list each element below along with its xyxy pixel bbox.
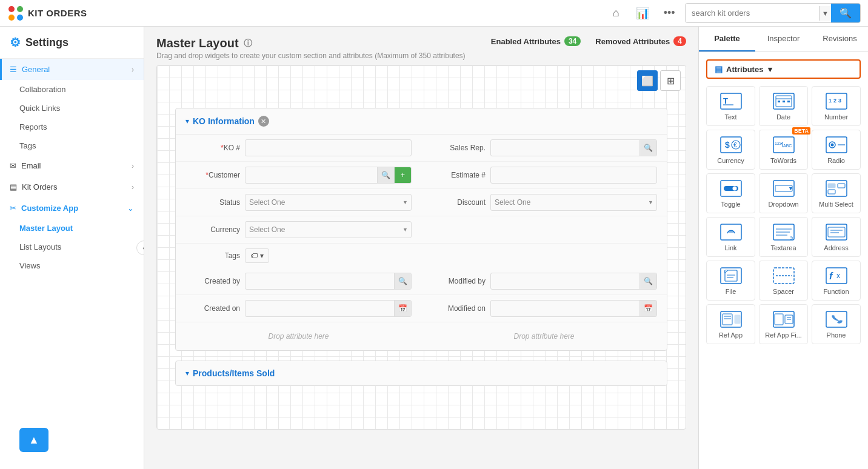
tab-palette[interactable]: Palette <box>699 27 755 52</box>
widget-phone[interactable]: Phone <box>812 304 861 344</box>
widget-textarea[interactable]: Textarea <box>759 217 808 257</box>
estimate-input[interactable] <box>490 167 657 184</box>
widget-multiselect[interactable]: Multi Select <box>812 173 861 213</box>
widget-radio[interactable]: Radio <box>812 130 861 170</box>
scroll-top-button[interactable]: ▲ <box>19 428 48 452</box>
section-close-button[interactable]: ✕ <box>258 116 269 127</box>
products-section-icon[interactable]: ▾ <box>185 369 189 378</box>
main-layout: ⚙ Settings ☰ General › Collaboration Qui… <box>0 27 868 469</box>
widget-function[interactable]: fx Function <box>812 261 861 301</box>
sales-rep-search-button[interactable]: 🔍 <box>639 140 656 156</box>
home-button[interactable]: ⌂ <box>605 2 627 24</box>
widget-currency[interactable]: $€ Currency <box>706 130 755 170</box>
status-select[interactable]: Select One <box>245 194 412 211</box>
widget-dropdown[interactable]: ▼ Dropdown <box>759 173 808 213</box>
svg-rect-61 <box>735 315 740 324</box>
estimate-row: Estimate # <box>421 162 667 189</box>
search-dropdown-button[interactable]: ▼ <box>819 6 831 21</box>
info-icon[interactable]: ⓘ <box>244 38 252 49</box>
widget-refappfi[interactable]: Ref App Fi... <box>759 304 808 344</box>
widget-number[interactable]: 123 Number <box>812 86 861 126</box>
text-widget-icon: T <box>719 91 743 111</box>
modified-on-input[interactable] <box>491 301 639 316</box>
sidebar-item-views[interactable]: Views <box>0 256 144 275</box>
tags-button[interactable]: 🏷 ▾ <box>245 248 269 263</box>
page-subtitle: Drag and drop widgets to create your cus… <box>156 52 466 60</box>
sidebar-item-general[interactable]: ☰ General › <box>0 59 144 80</box>
widget-address[interactable]: Address <box>812 217 861 257</box>
search-submit-button[interactable]: 🔍 <box>831 4 860 22</box>
more-button[interactable]: ••• <box>658 2 680 24</box>
refappfi-widget-icon <box>772 310 796 329</box>
sidebar-item-tags[interactable]: Tags <box>0 136 144 155</box>
textarea-widget-icon <box>772 222 796 242</box>
created-by-input[interactable] <box>245 273 394 289</box>
section-collapse-icon[interactable]: ▾ <box>185 117 189 125</box>
canvas-area: ⬜ ⊞ ▾ KO Information ✕ *KO # <box>156 65 686 430</box>
right-panel: Palette Inspector Revisions ▤ Attributes… <box>698 27 868 469</box>
attributes-label: Attributes <box>726 65 763 74</box>
modified-by-input[interactable] <box>491 273 639 289</box>
modified-by-search-button[interactable]: 🔍 <box>639 273 656 289</box>
kitorders-icon: ▤ <box>10 182 17 191</box>
attributes-dropdown-button[interactable]: ▤ Attributes ▾ <box>706 59 861 79</box>
customer-add-button[interactable]: + <box>394 167 411 183</box>
enabled-attributes-badge: Enabled Attributes 34 <box>491 36 581 46</box>
email-icon: ✉ <box>10 161 16 170</box>
svg-text:ABC: ABC <box>783 144 792 148</box>
created-on-input[interactable] <box>245 301 394 316</box>
svg-rect-17 <box>721 137 741 153</box>
main-header: Master Layout ⓘ Drag and drop widgets to… <box>144 27 698 65</box>
sidebar-item-listlayouts[interactable]: List Layouts <box>0 238 144 256</box>
sidebar-item-masterlayout[interactable]: Master Layout <box>0 219 144 238</box>
svg-rect-46 <box>826 224 847 240</box>
svg-rect-37 <box>828 184 835 188</box>
ko-num-input[interactable] <box>245 139 412 156</box>
widget-refappfi-label: Ref App Fi... <box>765 331 802 339</box>
search-input[interactable] <box>686 5 819 21</box>
sidebar-item-kitorders[interactable]: ▤ Kit Orders › <box>0 176 144 198</box>
sidebar-item-quicklinks[interactable]: Quick Links <box>0 99 144 118</box>
sidebar-item-customizeapp[interactable]: ✂ Customize App ⌄ <box>0 198 144 219</box>
svg-text:T: T <box>723 96 728 105</box>
discount-select[interactable]: Select One <box>490 194 657 211</box>
customer-input[interactable] <box>245 167 377 183</box>
widget-refapp[interactable]: Ref App <box>706 304 755 344</box>
created-on-field: 📅 <box>245 300 412 317</box>
sidebar-item-collaboration[interactable]: Collaboration <box>0 80 144 99</box>
modified-on-calendar-button[interactable]: 📅 <box>639 301 656 316</box>
widget-toggle[interactable]: Toggle <box>706 173 755 213</box>
customer-search-button[interactable]: 🔍 <box>377 167 394 183</box>
toggle-widget-icon <box>719 179 743 198</box>
svg-text:2: 2 <box>833 98 836 104</box>
widget-spacer[interactable]: Spacer <box>759 261 808 301</box>
widget-towords[interactable]: 123ABC ToWords <box>759 130 808 170</box>
chart-button[interactable]: 📊 <box>632 2 653 24</box>
sales-rep-input[interactable] <box>491 140 639 156</box>
sales-rep-row: Sales Rep. 🔍 <box>421 135 667 162</box>
sidebar-item-email[interactable]: ✉ Email › <box>0 155 144 176</box>
widget-file[interactable]: File <box>706 261 755 301</box>
currency-select[interactable]: Select One <box>245 221 412 238</box>
tag-icon: 🏷 <box>250 251 258 260</box>
customize-chevron-icon: ⌄ <box>127 204 134 213</box>
svg-point-3 <box>17 15 23 21</box>
tab-revisions[interactable]: Revisions <box>812 27 868 52</box>
customer-field: 🔍 + <box>245 167 412 184</box>
created-by-search-button[interactable]: 🔍 <box>394 273 411 289</box>
canvas-view-button[interactable]: ⬜ <box>637 70 658 91</box>
widget-date[interactable]: Date <box>759 86 808 126</box>
widget-link[interactable]: Link <box>706 217 755 257</box>
canvas-grid-button[interactable]: ⊞ <box>660 70 681 91</box>
widget-text[interactable]: T Text <box>706 86 755 126</box>
widget-number-label: Number <box>824 113 848 121</box>
top-nav: KIT ORDERS ⌂ 📊 ••• ▼ 🔍 <box>0 0 868 27</box>
tab-inspector[interactable]: Inspector <box>755 27 812 52</box>
email-chevron-icon: › <box>132 162 134 170</box>
attributes-info: Enabled Attributes 34 Removed Attributes… <box>491 36 686 46</box>
sidebar-item-reports[interactable]: Reports <box>0 118 144 136</box>
modified-by-row: Modified by 🔍 <box>421 268 667 295</box>
widget-address-label: Address <box>824 244 848 251</box>
created-on-calendar-button[interactable]: 📅 <box>394 301 411 316</box>
currency-widget-icon: $€ <box>719 135 743 155</box>
